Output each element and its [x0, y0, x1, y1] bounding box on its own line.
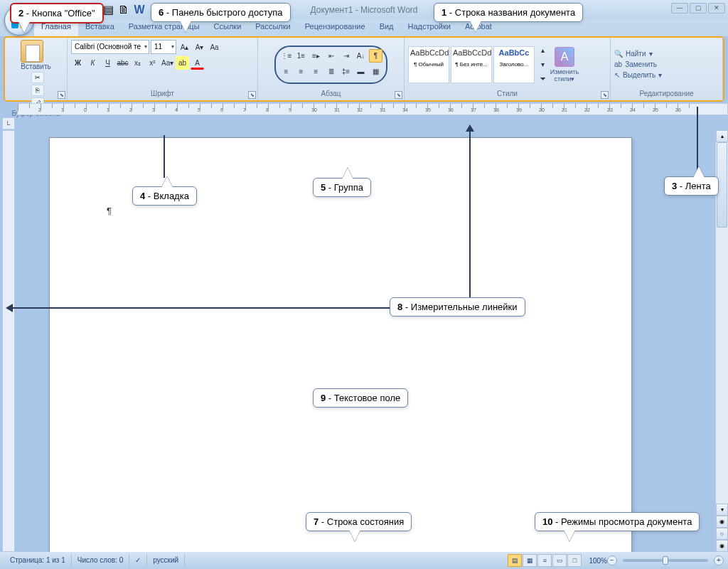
group-styles: AaBbCcDd¶ Обычный AaBbCcDd¶ Без инте... …: [405, 38, 611, 100]
zoom-slider[interactable]: [623, 559, 708, 562]
group-font: Calibri (Основной те 11 A▴ A▾ Aa Ж К Ч a…: [68, 38, 258, 100]
paste-icon[interactable]: [21, 40, 43, 63]
change-styles-button[interactable]: A Изменить стили▾: [547, 47, 582, 83]
borders-icon[interactable]: ▦: [369, 65, 382, 78]
status-language[interactable]: русский: [147, 554, 185, 567]
zoom-label[interactable]: 100%: [589, 557, 607, 565]
styles-dialog-launcher[interactable]: ⬊: [601, 91, 609, 99]
italic-icon[interactable]: К: [86, 56, 100, 70]
font-dialog-launcher[interactable]: ⬊: [248, 91, 256, 99]
underline-icon[interactable]: Ч: [101, 56, 114, 70]
change-case-icon[interactable]: Aa▾: [161, 56, 174, 70]
zoom-out-button[interactable]: −: [607, 555, 617, 565]
tab-view[interactable]: Вид: [373, 19, 401, 36]
align-left-icon[interactable]: ≡: [279, 65, 293, 78]
browse-object-icon[interactable]: ○: [716, 528, 728, 540]
bold-icon[interactable]: Ж: [71, 56, 85, 70]
group-editing: 🔍Найти ▾ abЗаменить ↖Выделить ▾ Редактир…: [611, 38, 723, 100]
scroll-down-icon[interactable]: ▾: [716, 504, 728, 516]
styles-group-label: Стили: [408, 89, 606, 99]
font-color-icon[interactable]: A: [191, 56, 204, 70]
cut-icon[interactable]: ✂: [31, 72, 44, 83]
copy-icon[interactable]: ⎘: [31, 85, 44, 96]
callout-3: 3 - Лента: [664, 176, 719, 196]
callout-1: 1 - Строка названия документа: [434, 3, 583, 22]
show-marks-icon[interactable]: ¶: [369, 49, 382, 63]
select-icon: ↖: [614, 71, 620, 79]
paragraph-mark: ¶: [107, 206, 112, 216]
ribbon-tabs: Главная Вставка Разметка страницы Ссылки…: [0, 19, 728, 36]
sort-icon[interactable]: A↓: [354, 49, 368, 63]
style-heading1[interactable]: AaBbCcЗаголово...: [493, 46, 535, 83]
horizontal-ruler[interactable]: 3210123456789101112131415161718192021222…: [17, 103, 728, 115]
callout-9: 9 - Текстовое поле: [313, 388, 408, 408]
font-name-combo[interactable]: Calibri (Основной те: [71, 40, 149, 54]
status-page[interactable]: Страница: 1 из 1: [4, 554, 72, 567]
zoom-slider-thumb[interactable]: [663, 556, 668, 565]
justify-icon[interactable]: ≣: [324, 65, 338, 78]
font-group-label: Шрифт: [71, 89, 254, 99]
grow-font-icon[interactable]: A▴: [178, 41, 191, 54]
status-spellcheck-icon[interactable]: ✓: [129, 554, 147, 567]
clipboard-dialog-launcher[interactable]: ⬊: [58, 91, 65, 99]
minimize-button[interactable]: —: [671, 3, 688, 14]
document-title: Документ1 - Microsoft Word: [310, 5, 417, 15]
subscript-icon[interactable]: x₂: [131, 56, 144, 70]
style-normal[interactable]: AaBbCcDd¶ Обычный: [408, 46, 449, 83]
clear-format-icon[interactable]: Aa: [208, 41, 221, 54]
font-size-combo[interactable]: 11: [151, 40, 176, 54]
shrink-font-icon[interactable]: A▾: [193, 41, 206, 54]
status-words[interactable]: Число слов: 0: [72, 554, 129, 567]
callout-4: 4 - Вкладка: [132, 186, 197, 206]
zoom-in-button[interactable]: +: [714, 555, 724, 565]
callout-6: 6 - Панель быстрого доступа: [151, 3, 291, 22]
select-button[interactable]: ↖Выделить ▾: [614, 70, 719, 80]
replace-button[interactable]: abЗаменить: [614, 59, 719, 70]
highlight-icon[interactable]: ab: [176, 56, 189, 70]
numbering-icon[interactable]: 1≡: [294, 49, 308, 63]
paragraph-dialog-launcher[interactable]: ⬊: [395, 91, 402, 99]
view-full-reading[interactable]: ▦: [523, 554, 537, 567]
maximize-button[interactable]: ▢: [690, 3, 707, 14]
view-mode-buttons: ▤ ▦ ≡ ▭ □: [508, 554, 582, 567]
strike-icon[interactable]: abc: [116, 56, 129, 70]
find-icon: 🔍: [614, 50, 623, 58]
title-bar: 💾 ↶ ↷ ▦ ▤ 🗎 W ▾ Документ1 - Microsoft Wo…: [0, 0, 728, 19]
line-spacing-icon[interactable]: ‡≡: [339, 65, 353, 78]
status-bar: Страница: 1 из 1 Число слов: 0 ✓ русский…: [0, 552, 728, 569]
word-icon[interactable]: W: [132, 3, 146, 17]
shading-icon[interactable]: ▬: [354, 65, 368, 78]
change-styles-icon: A: [555, 47, 574, 67]
style-nospacing[interactable]: AaBbCcDd¶ Без инте...: [451, 46, 492, 83]
bullets-icon[interactable]: ⋮≡: [279, 49, 293, 63]
callout-5: 5 - Группа: [313, 178, 371, 197]
paragraph-group-label: Абзац: [262, 89, 400, 99]
ribbon: Вставить ✂ ⎘ 🖌 Буфер обмена ⬊ Calibri (О…: [4, 36, 724, 102]
find-button[interactable]: 🔍Найти ▾: [614, 48, 719, 59]
view-outline[interactable]: ▭: [552, 554, 567, 567]
view-print-layout[interactable]: ▤: [508, 554, 522, 567]
align-center-icon[interactable]: ≡: [294, 65, 308, 78]
decrease-indent-icon[interactable]: ⇤: [324, 49, 338, 63]
vertical-ruler[interactable]: [2, 130, 15, 552]
next-page-icon[interactable]: ◉: [716, 540, 728, 552]
view-web-layout[interactable]: ≡: [537, 554, 552, 567]
close-button[interactable]: ✕: [708, 3, 725, 14]
tab-review[interactable]: Рецензирование: [298, 19, 373, 36]
preview-icon[interactable]: 🗎: [117, 3, 131, 17]
multilevel-icon[interactable]: ≡▸: [309, 49, 323, 63]
paste-label: Вставить: [21, 63, 50, 70]
replace-icon: ab: [614, 60, 622, 68]
ruler-corner[interactable]: L: [2, 117, 15, 129]
view-draft[interactable]: □: [567, 554, 582, 567]
callout-2: 2 - Кнопка "Office": [10, 3, 104, 23]
callout-7: 7 - Строка состояния: [306, 512, 412, 531]
callout-8: 8 - Измерительные линейки: [390, 297, 525, 317]
prev-page-icon[interactable]: ◉: [716, 516, 728, 528]
align-right-icon[interactable]: ≡: [309, 65, 323, 78]
group-clipboard: Вставить ✂ ⎘ 🖌 Буфер обмена ⬊: [5, 38, 68, 100]
callout-10: 10 - Режимы просмотра документа: [535, 512, 700, 531]
superscript-icon[interactable]: x²: [146, 56, 159, 70]
increase-indent-icon[interactable]: ⇥: [339, 49, 353, 63]
scroll-up-icon[interactable]: ▴: [716, 130, 728, 142]
